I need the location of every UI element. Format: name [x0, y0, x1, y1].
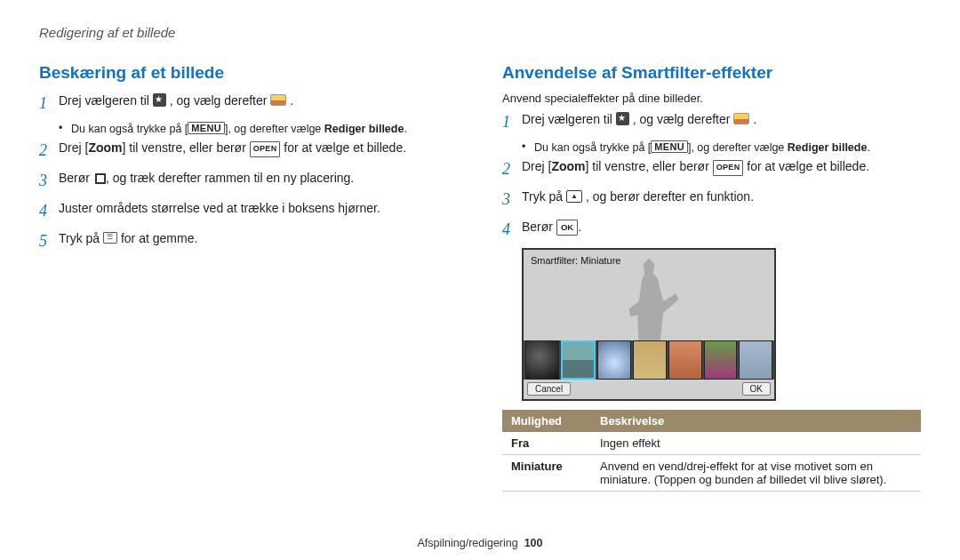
step-body: Drej vælgeren til , og vælg derefter .	[59, 92, 458, 111]
filter-thumb[interactable]	[525, 340, 559, 380]
step-body: Drej vælgeren til , og vælg derefter .	[522, 110, 921, 130]
bold-text: Rediger billede	[788, 141, 868, 154]
text: Tryk på	[522, 189, 566, 204]
text: for at gemme.	[117, 231, 197, 245]
step-number: 5	[39, 229, 59, 254]
menu-icon: MENU	[188, 122, 225, 134]
option-name: Miniature	[502, 454, 591, 491]
left-step-4: 4 Juster områdets størrelse ved at trækk…	[39, 199, 458, 224]
text: Berør	[522, 220, 556, 234]
preview-bottom-bar: Cancel OK	[524, 380, 774, 399]
option-desc: Ingen effekt	[591, 432, 921, 455]
step-number: 2	[39, 139, 59, 164]
right-step-1-bullet: Du kan også trykke på [MENU], og derefte…	[522, 140, 921, 154]
right-step-4: 4 Berør OK.	[502, 218, 921, 243]
option-name: Fra	[502, 432, 591, 455]
bold-text: Zoom	[88, 140, 122, 155]
filter-thumb[interactable]	[739, 340, 772, 380]
step-number: 4	[39, 199, 59, 224]
step-body: Tryk på , og berør derefter en funktion.	[522, 188, 921, 207]
text: for at vælge et billede.	[743, 159, 869, 173]
text: Drej [	[522, 159, 551, 173]
page-footer: Afspilning/redigering 100	[0, 537, 960, 549]
text: .	[290, 93, 293, 108]
text: , og vælg derefter	[633, 112, 734, 126]
text: .	[578, 220, 581, 234]
menu-icon: MENU	[651, 140, 688, 153]
star-icon	[616, 112, 629, 125]
table-row: Fra Ingen effekt	[502, 432, 921, 455]
filter-thumb[interactable]	[668, 340, 702, 380]
ok-button[interactable]: OK	[742, 382, 771, 396]
left-column: Beskæring af et billede 1 Drej vælgeren …	[39, 63, 458, 492]
options-table: Mulighed Beskrivelse Fra Ingen effekt Mi…	[502, 410, 921, 492]
step-body: Drej [Zoom] til venstre, eller berør OPE…	[59, 139, 458, 158]
filter-thumbnails	[524, 340, 774, 380]
bold-text: Zoom	[551, 159, 585, 173]
footer-section: Afspilning/redigering	[417, 537, 517, 549]
left-step-1: 1 Drej vælgeren til , og vælg derefter .	[39, 92, 458, 116]
picture-icon	[270, 94, 286, 106]
text: , og berør derefter en funktion.	[582, 189, 754, 204]
right-intro: Anvend specialeffekter på dine billeder.	[502, 92, 921, 105]
text: Du kan også trykke på [	[71, 123, 188, 135]
save-icon	[103, 232, 117, 244]
right-step-2: 2 Drej [Zoom] til venstre, eller berør O…	[502, 157, 921, 182]
text: .	[404, 123, 406, 135]
filter-thumb[interactable]	[633, 340, 667, 380]
text: ] til venstre, eller berør	[586, 159, 713, 173]
left-section-title: Beskæring af et billede	[39, 63, 458, 83]
filter-thumb-selected[interactable]	[561, 340, 596, 380]
effect-icon	[566, 190, 582, 203]
filter-label: Smartfilter: Miniature	[531, 255, 620, 266]
star-icon	[153, 93, 166, 107]
text: Tryk på	[59, 231, 103, 245]
step-body: Tryk på for at gemme.	[59, 229, 458, 249]
left-step-1-bullet: Du kan også trykke på [MENU], og derefte…	[59, 122, 458, 135]
right-column: Anvendelse af Smartfilter-effekter Anven…	[502, 63, 921, 492]
filter-thumb[interactable]	[704, 340, 738, 380]
camera-preview: Smartfilter: Miniature Cancel OK	[522, 248, 776, 401]
text: Drej vælgeren til	[522, 112, 616, 126]
table-header-option: Mulighed	[502, 410, 591, 432]
left-step-2: 2 Drej [Zoom] til venstre, eller berør O…	[39, 139, 458, 164]
text: ], og derefter vælge	[225, 123, 324, 135]
step-number: 3	[502, 188, 522, 212]
step-body: Juster områdets størrelse ved at trække …	[59, 199, 458, 219]
picture-icon	[733, 113, 749, 124]
crop-icon	[93, 172, 106, 184]
filter-thumb[interactable]	[597, 340, 631, 380]
ok-icon: OK	[556, 220, 578, 236]
bold-text: Rediger billede	[324, 123, 404, 135]
step-number: 1	[502, 110, 522, 135]
step-number: 2	[502, 157, 522, 182]
step-number: 1	[39, 92, 59, 116]
step-body: Drej [Zoom] til venstre, eller berør OPE…	[522, 157, 921, 177]
open-icon: OPEN	[713, 160, 744, 176]
right-step-3: 3 Tryk på , og berør derefter en funktio…	[502, 188, 921, 212]
text: for at vælge et billede.	[280, 140, 406, 155]
text: , og træk derefter rammen til en ny plac…	[106, 171, 354, 185]
text: Drej vælgeren til	[59, 93, 153, 108]
right-section-title: Anvendelse af Smartfilter-effekter	[502, 63, 921, 83]
cancel-button[interactable]: Cancel	[527, 382, 571, 396]
text: Du kan også trykke på [	[534, 141, 651, 154]
page-number: 100	[524, 537, 543, 549]
page-header: Redigering af et billede	[39, 25, 921, 40]
text: Drej [	[59, 140, 88, 155]
text: , og vælg derefter	[170, 93, 271, 108]
right-step-1: 1 Drej vælgeren til , og vælg derefter .	[502, 110, 921, 135]
table-header-description: Beskrivelse	[591, 410, 921, 432]
left-step-5: 5 Tryk på for at gemme.	[39, 229, 458, 254]
left-step-3: 3 Berør , og træk derefter rammen til en…	[39, 169, 458, 194]
columns: Beskæring af et billede 1 Drej vælgeren …	[39, 63, 921, 492]
text: ], og derefter vælge	[688, 141, 788, 154]
table-row: Miniature Anvend en vend/drej-effekt for…	[502, 454, 921, 491]
text: Berør	[59, 171, 93, 185]
step-number: 3	[39, 169, 59, 194]
text: .	[753, 112, 756, 126]
open-icon: OPEN	[250, 141, 281, 157]
step-body: Berør OK.	[522, 218, 921, 237]
step-body: Berør , og træk derefter rammen til en n…	[59, 169, 458, 188]
text: .	[867, 141, 869, 154]
